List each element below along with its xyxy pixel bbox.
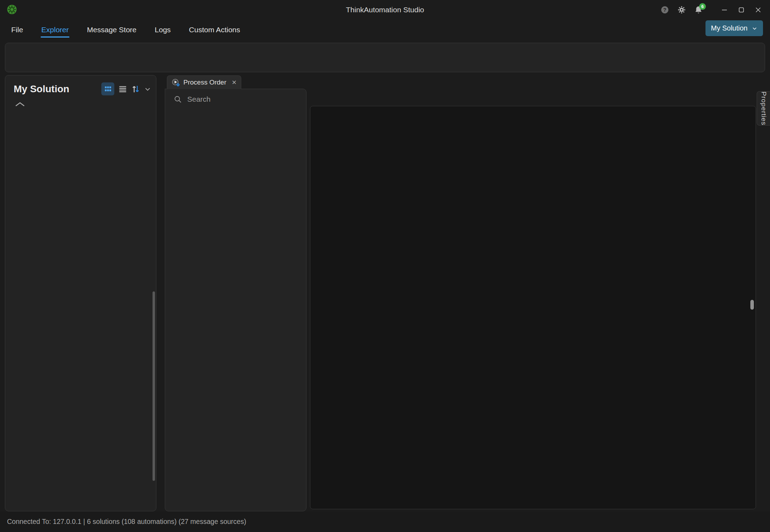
editor-scrollbar-thumb[interactable] <box>750 300 754 310</box>
tab-properties[interactable]: Properties <box>757 91 770 126</box>
connection-status: Connected To: 127.0.0.1 | 6 solutions (1… <box>7 518 246 526</box>
minimize-button[interactable] <box>716 0 733 20</box>
app-window: ThinkAutomation Studio ? 6 FileExplorerM… <box>0 0 770 532</box>
actions-panel: Search <box>165 89 306 511</box>
maximize-button[interactable] <box>733 0 750 20</box>
status-bar: Connected To: 127.0.0.1 | 6 solutions (1… <box>0 511 770 532</box>
svg-text:?: ? <box>663 7 667 13</box>
tab-close-icon[interactable]: ✕ <box>232 79 237 86</box>
window-title: ThinkAutomation Studio <box>0 0 770 20</box>
settings-gear-icon[interactable] <box>677 5 686 14</box>
menu-item-logs[interactable]: Logs <box>154 23 171 38</box>
sidebar-title: My Solution <box>14 83 97 95</box>
actions-search-placeholder: Search <box>187 95 211 103</box>
tab-process-order[interactable]: Process Order ✕ <box>167 75 241 89</box>
solution-sidebar: My Solution <box>5 75 156 511</box>
chevron-down-icon <box>752 26 757 31</box>
editor-toolbar <box>313 90 735 105</box>
menu-bar: FileExplorerMessage StoreLogsCustom Acti… <box>0 20 770 41</box>
automation-tab-icon <box>171 78 180 87</box>
title-bar: ThinkAutomation Studio ? 6 <box>0 0 770 20</box>
notifications-bell-icon[interactable]: 6 <box>694 5 703 14</box>
card-view-button[interactable] <box>101 82 114 95</box>
collapse-group-caret[interactable] <box>5 97 156 108</box>
help-icon[interactable]: ? <box>660 5 669 14</box>
solution-selector-button[interactable]: My Solution <box>705 20 763 36</box>
tab-label: Process Order <box>183 79 226 86</box>
menu-item-custom-actions[interactable]: Custom Actions <box>188 23 241 38</box>
search-icon <box>174 95 182 103</box>
main-toolbar <box>5 43 765 72</box>
menu-item-file[interactable]: File <box>11 23 24 38</box>
sort-button[interactable] <box>131 85 140 94</box>
menu-item-explorer[interactable]: Explorer <box>41 23 69 38</box>
solution-selector-label: My Solution <box>711 24 748 32</box>
menu-item-message-store[interactable]: Message Store <box>86 23 137 38</box>
sidebar-scrollbar[interactable] <box>153 291 155 481</box>
chevron-down-icon[interactable] <box>144 86 151 93</box>
automation-code-editor <box>310 106 756 509</box>
notification-badge: 6 <box>699 3 706 10</box>
actions-search[interactable]: Search <box>165 89 306 107</box>
close-button[interactable] <box>750 0 766 20</box>
list-view-button[interactable] <box>118 85 127 94</box>
